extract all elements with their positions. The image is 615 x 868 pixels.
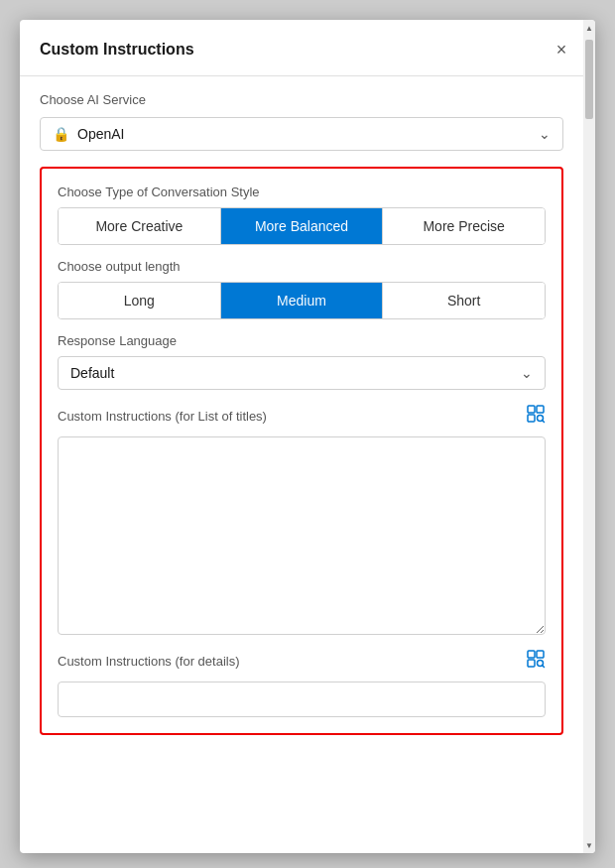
conversation-style-subsection: Choose Type of Conversation Style More C… — [58, 185, 546, 245]
scroll-up-arrow[interactable]: ▲ — [583, 20, 595, 36]
output-length-toggle-group: Long Medium Short — [58, 282, 546, 319]
dialog-header: Custom Instructions × — [20, 20, 595, 76]
scroll-down-arrow[interactable]: ▼ — [583, 837, 595, 853]
response-language-dropdown[interactable]: Default ⌄ — [58, 356, 546, 390]
svg-line-4 — [543, 421, 545, 423]
svg-rect-7 — [528, 660, 535, 667]
scrollbar-track — [583, 36, 595, 837]
settings-gear-icon[interactable] — [526, 404, 546, 429]
settings-section: Choose Type of Conversation Style More C… — [40, 167, 563, 735]
custom-instructions-titles-textarea[interactable] — [58, 436, 546, 635]
svg-line-9 — [543, 666, 545, 668]
ai-service-left: 🔒 OpenAI — [53, 126, 124, 142]
scrollbar-thumb[interactable] — [585, 40, 593, 119]
ai-service-label: Choose AI Service — [40, 92, 563, 107]
chevron-down-icon: ⌄ — [539, 126, 551, 142]
dialog-title: Custom Instructions — [40, 41, 194, 59]
response-language-label: Response Language — [58, 333, 546, 348]
svg-rect-0 — [528, 406, 535, 413]
svg-rect-6 — [537, 651, 544, 658]
ai-service-value: OpenAI — [77, 126, 124, 142]
scrollbar[interactable]: ▲ ▼ — [583, 20, 595, 853]
toggle-more-precise[interactable]: More Precise — [383, 208, 545, 244]
conversation-style-label: Choose Type of Conversation Style — [58, 185, 546, 199]
svg-rect-5 — [528, 651, 535, 658]
response-language-value: Default — [70, 365, 114, 381]
toggle-more-creative[interactable]: More Creative — [59, 208, 221, 244]
settings-gear-details-icon[interactable] — [526, 649, 546, 674]
toggle-medium[interactable]: Medium — [221, 283, 384, 318]
custom-instructions-details-section: Custom Instructions (for details) — [58, 649, 546, 717]
output-length-subsection: Choose output length Long Medium Short — [58, 259, 546, 319]
custom-instructions-titles-label: Custom Instructions (for List of titles) — [58, 409, 267, 424]
close-button[interactable]: × — [548, 36, 575, 63]
ai-service-dropdown[interactable]: 🔒 OpenAI ⌄ — [40, 117, 563, 151]
ai-service-section: Choose AI Service 🔒 OpenAI ⌄ — [40, 92, 563, 151]
custom-instructions-titles-section: Custom Instructions (for List of titles) — [58, 404, 546, 635]
custom-instructions-dialog: ▲ ▼ Custom Instructions × Choose AI Serv… — [20, 20, 595, 853]
output-length-label: Choose output length — [58, 259, 546, 274]
custom-instructions-details-header: Custom Instructions (for details) — [58, 649, 546, 674]
toggle-long[interactable]: Long — [59, 283, 221, 318]
svg-rect-1 — [537, 406, 544, 413]
response-language-section: Response Language Default ⌄ — [58, 333, 546, 390]
custom-instructions-details-input[interactable] — [58, 682, 546, 717]
toggle-short[interactable]: Short — [383, 283, 545, 318]
lock-icon: 🔒 — [53, 126, 69, 142]
conversation-style-toggle-group: More Creative More Balanced More Precise — [58, 207, 546, 245]
dialog-body: Choose AI Service 🔒 OpenAI ⌄ Choose Type… — [20, 76, 595, 755]
response-language-chevron-icon: ⌄ — [521, 365, 533, 381]
toggle-more-balanced[interactable]: More Balanced — [221, 208, 384, 244]
custom-instructions-details-label: Custom Instructions (for details) — [58, 654, 240, 669]
custom-instructions-titles-header: Custom Instructions (for List of titles) — [58, 404, 546, 429]
svg-rect-2 — [528, 415, 535, 422]
